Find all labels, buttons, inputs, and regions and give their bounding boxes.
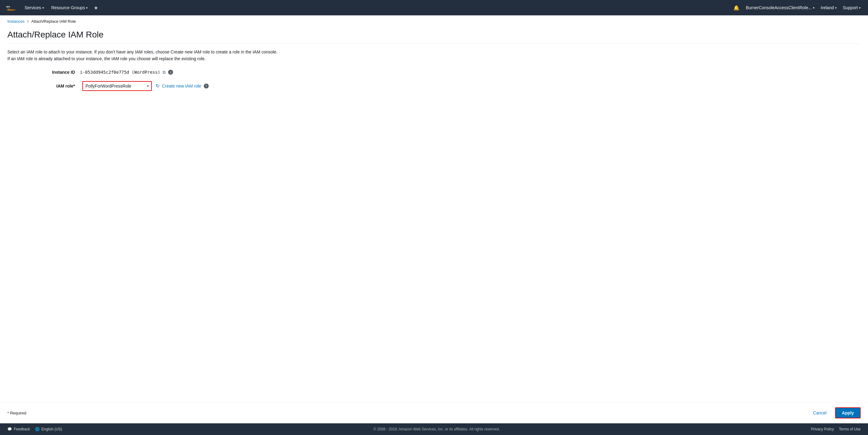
page-title: Attach/Replace IAM Role [7,30,861,44]
page-description: Select an IAM role to attach to your ins… [7,48,861,62]
page-content: Attach/Replace IAM Role Select an IAM ro… [0,25,868,402]
aws-logo[interactable]: aws [5,4,17,12]
form-actions-bar: * Required Cancel Apply [0,402,868,423]
footer-right: Privacy Policy Terms of Use [811,427,861,431]
breadcrumb: Instances > Attach/Replace IAM Role [0,15,868,25]
nav-right: 🔔 BurnerConsoleAccessClientRole... ▾ Ire… [731,4,863,12]
info-icon[interactable]: i [168,70,173,75]
notifications-icon[interactable]: 🔔 [731,4,742,12]
description-line2: If an IAM role is already attached to yo… [7,55,861,62]
resource-groups-chevron-icon: ▾ [86,6,88,9]
resource-groups-menu[interactable]: Resource Groups ▾ [49,4,90,11]
support-chevron-icon: ▾ [859,6,861,9]
breadcrumb-current: Attach/Replace IAM Role [31,19,76,24]
privacy-policy-link[interactable]: Privacy Policy [811,427,834,431]
form-section: Instance ID i-053dd945c2f0e775d (WordPre… [7,70,861,91]
terms-of-use-link[interactable]: Terms of Use [839,427,861,431]
required-note: * Required [7,411,26,415]
iam-info-icon[interactable]: i [204,83,209,89]
region-label: Ireland [821,5,834,10]
globe-icon: 🌐 [35,427,40,431]
feedback-item[interactable]: 💬 Feedback [7,427,30,431]
language-label: English (US) [41,427,62,431]
apply-button[interactable]: Apply [835,407,861,419]
account-menu[interactable]: BurnerConsoleAccessClientRole... ▾ [743,4,817,11]
instance-id-text: i-053dd945c2f0e775d (WordPress) [80,70,160,75]
description-line1: Select an IAM role to attach to your ins… [7,48,861,55]
create-new-iam-role-link[interactable]: Create new IAM role [162,83,201,89]
language-item[interactable]: 🌐 English (US) [35,427,62,431]
iam-role-row: IAM role* PollyForWordPressRole ▾ ↻ Crea… [7,81,861,91]
actions-right: Cancel Apply [810,407,861,419]
svg-text:aws: aws [6,5,10,8]
instance-id-row: Instance ID i-053dd945c2f0e775d (WordPre… [7,70,861,75]
breadcrumb-instances-link[interactable]: Instances [7,19,25,24]
region-menu[interactable]: Ireland ▾ [818,4,839,11]
favorites-icon[interactable]: ★ [93,4,99,12]
region-chevron-icon: ▾ [835,6,837,9]
iam-role-label: IAM role* [38,83,75,89]
dropdown-arrow-icon: ▾ [145,82,151,90]
instance-id-label: Instance ID [38,70,75,75]
account-chevron-icon: ▾ [813,6,814,9]
instance-id-value-group: i-053dd945c2f0e775d (WordPress) ⧉ i [80,70,173,75]
cancel-button[interactable]: Cancel [810,408,831,418]
chat-icon: 💬 [7,427,12,431]
feedback-label: Feedback [14,427,30,431]
breadcrumb-separator: > [27,19,29,24]
footer: 💬 Feedback 🌐 English (US) © 2008 - 2018,… [0,423,868,435]
services-menu[interactable]: Services ▾ [22,4,46,11]
footer-copyright: © 2008 - 2018, Amazon Web Services, Inc.… [373,427,500,431]
iam-role-select-wrapper: PollyForWordPressRole ▾ [82,81,152,91]
copy-icon[interactable]: ⧉ [163,70,166,75]
svg-point-0 [6,9,16,11]
navbar: aws Services ▾ Resource Groups ▾ ★ 🔔 Bur… [0,0,868,15]
support-menu[interactable]: Support ▾ [840,4,863,11]
services-chevron-icon: ▾ [42,6,44,9]
refresh-icon[interactable]: ↻ [156,83,159,89]
support-label: Support [843,5,858,10]
account-label: BurnerConsoleAccessClientRole... [746,5,812,10]
services-label: Services [25,5,41,10]
resource-groups-label: Resource Groups [51,5,85,10]
footer-left: 💬 Feedback 🌐 English (US) [7,427,62,431]
iam-role-select[interactable]: PollyForWordPressRole [83,82,145,90]
